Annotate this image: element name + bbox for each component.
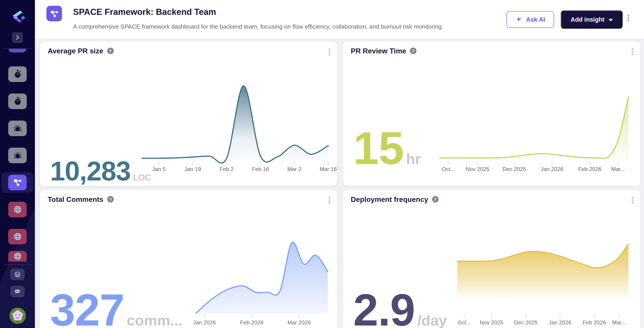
- x-tick-label: Mar 2026: [288, 320, 311, 326]
- x-tick-label: Jan 2026: [541, 166, 563, 172]
- x-tick-label: Dec 2025: [502, 166, 526, 172]
- x-tick-label: Feb 2026: [582, 320, 606, 326]
- sidebar-item-bug[interactable]: [8, 148, 27, 163]
- sparkle-icon: [516, 15, 523, 23]
- header-kebab-menu-icon[interactable]: [626, 13, 630, 22]
- sidebar-item-globe[interactable]: [8, 202, 27, 217]
- user-avatar[interactable]: [10, 308, 26, 324]
- sidebar-item-layers[interactable]: [10, 269, 25, 280]
- page-subtitle: A comprehensive SPACE framework dashboar…: [73, 23, 443, 30]
- timer-icon: [13, 96, 22, 106]
- sidebar-divider: [3, 265, 32, 265]
- dashboard-icon: [46, 6, 62, 21]
- sidebar-item-timer[interactable]: [8, 94, 27, 109]
- x-tick-label: Jan 19: [184, 166, 201, 172]
- card-pr-review-time: PR Review Time ? 15 hr Oct...Nov 2025Dec…: [342, 41, 640, 186]
- x-tick-label: Feb 2026: [578, 166, 601, 172]
- sidebar-item-workflow-selected[interactable]: [8, 174, 27, 190]
- page-header: SPACE Framework: Backend Team A comprehe…: [35, 0, 644, 39]
- sidebar-item-scrolled-partial[interactable]: [8, 49, 26, 52]
- sidebar: [0, 0, 35, 328]
- bug-icon: [13, 151, 22, 161]
- chevron-right-icon: [15, 35, 20, 40]
- chat-icon: [14, 288, 22, 296]
- sidebar-item-bug[interactable]: [8, 121, 27, 136]
- average-pr-size-chart[interactable]: Jan 5Jan 19Feb 2Feb 16Mar 2Mar 16: [40, 41, 337, 186]
- x-tick-label: Oct...: [458, 320, 471, 326]
- total-comments-chart[interactable]: Jan 2026Feb 2026Mar 2026: [40, 190, 337, 328]
- sidebar-item-globe-partial[interactable]: [8, 251, 27, 262]
- x-tick-label: Feb 2026: [240, 320, 263, 326]
- add-insight-button[interactable]: Add insight: [561, 10, 623, 29]
- x-tick-label: Nov 2025: [480, 320, 504, 326]
- deployment-frequency-chart[interactable]: Oct...Nov 2025Dec 2025Jan 2026Feb 2026Ma…: [343, 190, 640, 328]
- timer-icon: [13, 69, 22, 79]
- x-tick-label: Mar 16: [320, 166, 337, 172]
- x-tick-label: Mar...: [611, 166, 625, 172]
- x-tick-label: Jan 2026: [549, 320, 571, 326]
- x-tick-label: Oct...: [442, 166, 455, 172]
- ask-ai-label: Ask AI: [526, 16, 545, 23]
- x-tick-label: Jan 2026: [193, 320, 216, 326]
- app-logo[interactable]: [10, 9, 26, 25]
- sidebar-item-timer[interactable]: [8, 66, 27, 82]
- x-tick-label: Mar...: [612, 320, 626, 326]
- pr-review-time-chart[interactable]: Oct...Nov 2025Dec 2025Jan 2026Feb 2026Ma…: [343, 41, 640, 186]
- app-window: SPACE Framework: Backend Team A comprehe…: [0, 0, 644, 328]
- chevron-down-icon: [608, 19, 613, 21]
- x-tick-label: Feb 16: [252, 166, 269, 172]
- sidebar-item-globe[interactable]: [8, 229, 27, 244]
- layers-icon: [14, 270, 22, 278]
- sidebar-expand-button[interactable]: [12, 32, 23, 43]
- card-deployment-frequency: Deployment frequency ? 2.9 /day Oct...No…: [342, 189, 640, 328]
- globe-icon: [13, 204, 22, 214]
- card-total-comments: Total Comments ? 327 comm... Jan 2026Feb…: [40, 189, 338, 328]
- globe-icon: [13, 232, 22, 241]
- page-title: SPACE Framework: Backend Team: [73, 7, 216, 17]
- ask-ai-button[interactable]: Ask AI: [506, 11, 554, 28]
- sidebar-item-chat[interactable]: [10, 286, 25, 297]
- x-tick-label: Jan 5: [152, 166, 166, 172]
- x-tick-label: Feb 2: [220, 166, 234, 172]
- workflow-icon: [13, 177, 22, 187]
- x-tick-label: Dec 2025: [514, 320, 538, 326]
- add-insight-label: Add insight: [571, 16, 604, 23]
- x-tick-label: Mar 2: [287, 166, 301, 172]
- card-average-pr-size: Average PR size ? 10,283 LOC Jan 5Jan 19…: [40, 41, 338, 186]
- x-tick-label: Nov 2025: [466, 166, 490, 172]
- globe-icon: [13, 251, 22, 261]
- bug-icon: [13, 124, 22, 133]
